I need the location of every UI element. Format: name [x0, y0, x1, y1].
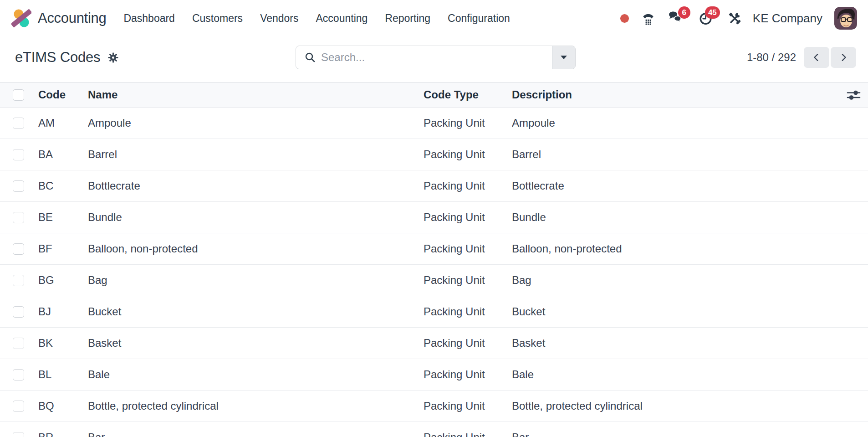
- table-row[interactable]: BJ Bucket Packing Unit Bucket: [0, 296, 868, 328]
- voip-phone-icon[interactable]: [642, 12, 655, 25]
- table-row[interactable]: BC Bottlecrate Packing Unit Bottlecrate: [0, 170, 868, 202]
- activities-icon[interactable]: 45: [699, 11, 713, 26]
- menu-item-customers[interactable]: Customers: [192, 12, 243, 25]
- cell-code-type: Packing Unit: [424, 242, 512, 255]
- table-row[interactable]: AM Ampoule Packing Unit Ampoule: [0, 108, 868, 139]
- row-checkbox[interactable]: [13, 338, 24, 349]
- table-header: Code Name Code Type Description: [0, 82, 868, 108]
- pager-next-button[interactable]: [831, 47, 856, 68]
- cell-name: Bottlecrate: [88, 180, 424, 192]
- cell-description: Balloon, non-protected: [512, 242, 832, 255]
- control-panel: eTIMS Codes: [0, 36, 868, 82]
- cell-description: Bale: [512, 368, 832, 381]
- row-checkbox[interactable]: [13, 432, 24, 437]
- cell-description: Bundle: [512, 211, 832, 224]
- row-checkbox[interactable]: [13, 369, 24, 380]
- user-avatar[interactable]: [822, 7, 857, 30]
- search-bar: [296, 46, 576, 69]
- cell-code-type: Packing Unit: [424, 305, 512, 318]
- cell-code-type: Packing Unit: [424, 211, 512, 224]
- cell-code: BJ: [38, 305, 88, 318]
- row-checkbox[interactable]: [13, 243, 24, 255]
- menu-item-configuration[interactable]: Configuration: [448, 12, 510, 25]
- row-checkbox[interactable]: [13, 118, 24, 129]
- cell-name: Bar: [88, 431, 424, 437]
- menu-item-vendors[interactable]: Vendors: [260, 12, 298, 25]
- chevron-right-icon: [838, 52, 848, 62]
- column-header-name[interactable]: Name: [88, 88, 117, 101]
- row-checkbox[interactable]: [13, 306, 24, 318]
- app-name[interactable]: Accounting: [38, 10, 106, 26]
- main-menu: Dashboard Customers Vendors Accounting R…: [123, 12, 510, 25]
- row-checkbox[interactable]: [13, 212, 24, 223]
- row-checkbox[interactable]: [13, 275, 24, 286]
- cell-name: Bucket: [88, 305, 424, 318]
- chevron-left-icon: [812, 52, 822, 62]
- column-header-code-type[interactable]: Code Type: [424, 88, 479, 101]
- search-input[interactable]: [316, 46, 552, 69]
- select-all-checkbox[interactable]: [13, 89, 24, 101]
- cell-name: Barrel: [88, 148, 424, 161]
- cell-code-type: Packing Unit: [424, 274, 512, 287]
- cell-code: BA: [38, 148, 88, 161]
- page-title: eTIMS Codes: [15, 49, 100, 66]
- cell-code-type: Packing Unit: [424, 148, 512, 161]
- row-checkbox[interactable]: [13, 149, 24, 160]
- cell-name: Bottle, protected cylindrical: [88, 400, 424, 412]
- cell-code-type: Packing Unit: [424, 337, 512, 350]
- cell-description: Bucket: [512, 305, 832, 318]
- table-row[interactable]: BR Bar Packing Unit Bar: [0, 422, 868, 437]
- search-dropdown-toggle[interactable]: [552, 46, 575, 69]
- messages-icon[interactable]: 6: [668, 11, 683, 26]
- cell-code-type: Packing Unit: [424, 368, 512, 381]
- column-header-code[interactable]: Code: [38, 88, 66, 101]
- table-row[interactable]: BE Bundle Packing Unit Bundle: [0, 202, 868, 233]
- chevron-down-icon: [560, 55, 567, 60]
- red-status-dot-icon[interactable]: [620, 14, 629, 23]
- cell-code-type: Packing Unit: [424, 117, 512, 129]
- cell-code: BF: [38, 242, 88, 255]
- action-gear-icon[interactable]: [108, 52, 118, 63]
- row-checkbox[interactable]: [13, 401, 24, 412]
- company-switcher[interactable]: KE Company: [753, 11, 822, 26]
- cell-code-type: Packing Unit: [424, 400, 512, 412]
- cell-description: Bottle, protected cylindrical: [512, 400, 832, 412]
- cell-name: Bundle: [88, 211, 424, 224]
- cell-description: Bag: [512, 274, 832, 287]
- table-row[interactable]: BQ Bottle, protected cylindrical Packing…: [0, 391, 868, 422]
- developer-tools-icon[interactable]: [728, 12, 741, 25]
- cell-description: Bottlecrate: [512, 180, 832, 192]
- cell-name: Bag: [88, 274, 424, 287]
- cell-code: BL: [38, 368, 88, 381]
- table-row[interactable]: BF Balloon, non-protected Packing Unit B…: [0, 233, 868, 265]
- messages-badge: 6: [678, 6, 690, 19]
- cell-code: BE: [38, 211, 88, 224]
- table-row[interactable]: BG Bag Packing Unit Bag: [0, 265, 868, 296]
- menu-item-reporting[interactable]: Reporting: [385, 12, 430, 25]
- table-body: AM Ampoule Packing Unit Ampoule BA Barre…: [0, 108, 868, 437]
- menu-item-dashboard[interactable]: Dashboard: [123, 12, 175, 25]
- cell-name: Ampoule: [88, 117, 424, 129]
- cell-description: Bar: [512, 431, 832, 437]
- etims-codes-list: Code Name Code Type Description AM Ampou…: [0, 82, 868, 437]
- column-header-description[interactable]: Description: [512, 88, 572, 101]
- activities-badge: 45: [705, 6, 720, 19]
- optional-columns-icon[interactable]: [846, 90, 861, 100]
- cell-code-type: Packing Unit: [424, 180, 512, 192]
- table-row[interactable]: BA Barrel Packing Unit Barrel: [0, 139, 868, 170]
- cell-code: AM: [38, 117, 88, 129]
- table-row[interactable]: BK Basket Packing Unit Basket: [0, 328, 868, 359]
- pager-previous-button[interactable]: [804, 47, 829, 68]
- cell-code: BC: [38, 180, 88, 192]
- pager-value[interactable]: 1-80 / 292: [747, 51, 796, 64]
- search-icon: [296, 46, 316, 69]
- cell-code: BQ: [38, 400, 88, 412]
- accounting-app-logo-icon[interactable]: [11, 8, 31, 28]
- menu-item-accounting[interactable]: Accounting: [316, 12, 368, 25]
- top-navbar: Accounting Dashboard Customers Vendors A…: [0, 0, 868, 36]
- table-row[interactable]: BL Bale Packing Unit Bale: [0, 359, 868, 391]
- row-checkbox[interactable]: [13, 180, 24, 192]
- cell-code: BG: [38, 274, 88, 287]
- cell-code: BR: [38, 431, 88, 437]
- cell-name: Basket: [88, 337, 424, 350]
